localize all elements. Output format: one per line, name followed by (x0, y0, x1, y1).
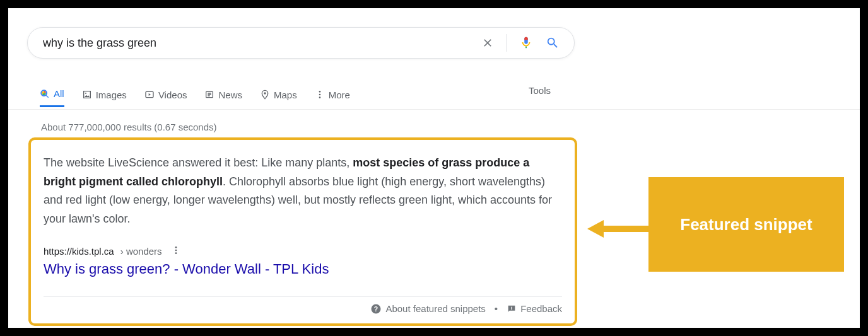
tab-more[interactable]: More (315, 90, 350, 107)
divider (8, 109, 860, 110)
about-label: About featured snippets (385, 303, 485, 314)
snippet-text-pre: The website LiveScience answered it best… (44, 156, 353, 169)
cite-domain: https://kids.tpl.ca (44, 246, 114, 257)
clear-button[interactable] (476, 32, 499, 54)
tools-label: Tools (529, 85, 551, 96)
svg-point-6 (319, 94, 320, 96)
result-stats: About 777,000,000 results (0.67 seconds) (41, 122, 217, 132)
about-featured-snippets-link[interactable]: ? About featured snippets (370, 303, 485, 315)
search-bar-controls (476, 32, 564, 54)
svg-point-9 (175, 249, 177, 251)
svg-point-5 (319, 91, 320, 93)
tab-news[interactable]: News (204, 90, 242, 107)
svg-point-7 (319, 96, 320, 98)
tab-label: Videos (158, 90, 187, 100)
result-title-link[interactable]: Why is grass green? - Wonder Wall - TPL … (44, 261, 562, 277)
svg-point-10 (175, 252, 177, 254)
search-bar (27, 27, 575, 59)
mic-icon (519, 36, 533, 50)
tab-label: Maps (274, 90, 297, 100)
search-icon (40, 89, 50, 99)
svg-point-1 (85, 93, 86, 94)
result-cite: https://kids.tpl.ca › wonders (44, 245, 562, 257)
tab-label: Images (96, 90, 127, 100)
search-input[interactable] (42, 36, 476, 50)
more-vert-icon (171, 245, 181, 255)
cite-path: › wonders (120, 246, 162, 257)
annotation-arrow-icon (587, 216, 650, 241)
help-icon: ? (370, 303, 382, 315)
separator-dot: • (495, 303, 498, 314)
feedback-label: Feedback (520, 303, 562, 314)
search-button[interactable] (541, 32, 564, 54)
map-pin-icon (260, 90, 270, 100)
tab-label: All (54, 88, 64, 99)
annotation-label: Featured snippet (680, 215, 812, 235)
svg-text:?: ? (374, 305, 378, 313)
svg-point-4 (264, 92, 266, 94)
tab-all[interactable]: All (40, 88, 64, 107)
tab-label: More (329, 90, 350, 100)
more-vert-icon (315, 90, 325, 100)
separator (507, 34, 507, 52)
svg-rect-14 (511, 309, 512, 310)
tabs-row: All Images Videos News Maps More Tools (40, 85, 860, 110)
featured-snippet: The website LiveScience answered it best… (28, 137, 577, 326)
page: All Images Videos News Maps More Tools A… (8, 8, 860, 328)
snippet-text: The website LiveScience answered it best… (44, 154, 562, 229)
tools-button[interactable]: Tools (529, 85, 551, 96)
annotation-callout: Featured snippet (648, 177, 844, 272)
feedback-icon (507, 304, 517, 314)
tab-label: News (218, 90, 242, 100)
result-menu-button[interactable] (168, 245, 184, 257)
tab-images[interactable]: Images (82, 90, 127, 107)
voice-search-button[interactable] (515, 32, 537, 54)
svg-rect-13 (511, 306, 512, 308)
news-icon (204, 90, 214, 100)
tab-videos[interactable]: Videos (144, 90, 187, 107)
tab-maps[interactable]: Maps (260, 90, 297, 107)
video-icon (144, 90, 155, 100)
svg-point-8 (175, 246, 177, 248)
feedback-link[interactable]: Feedback (507, 303, 562, 314)
search-icon (546, 36, 560, 50)
image-icon (82, 90, 92, 100)
close-icon (481, 37, 494, 49)
snippet-footer: ? About featured snippets • Feedback (44, 296, 562, 315)
svg-marker-16 (587, 220, 604, 238)
